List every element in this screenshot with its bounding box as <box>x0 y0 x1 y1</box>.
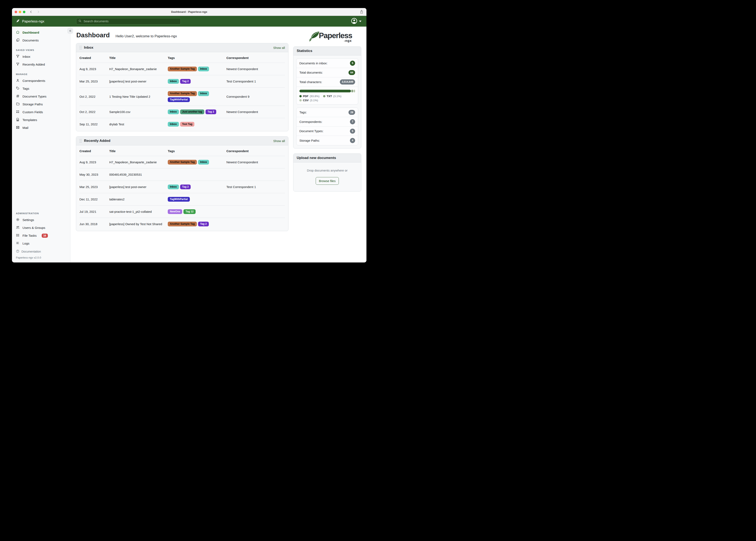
tag-pill[interactable]: Another Sample Tag <box>168 91 197 96</box>
close-window-button[interactable] <box>15 11 17 13</box>
tag-pill[interactable]: Tag 12 <box>183 209 196 214</box>
cell-tags: TagWithPartial <box>168 196 226 203</box>
cell-tags: Another Sample TagTag 2 <box>168 221 226 227</box>
users-icon <box>16 226 20 230</box>
cell-title: [paperless] Owned by Test Not Shared <box>109 222 168 226</box>
tag-pill[interactable]: Another Sample Tag <box>168 160 197 165</box>
recently-added-table-body: Aug 9, 2023H7_Napoleon_Bonaparte_zadanie… <box>79 156 285 230</box>
sidebar-item-mail[interactable]: Mail <box>12 124 70 132</box>
cell-title: Sample100.csv <box>109 110 168 114</box>
sidebar-item-tags[interactable]: Tags <box>12 85 70 93</box>
zoom-window-button[interactable] <box>23 11 25 13</box>
documents-icon <box>16 38 20 43</box>
document-row[interactable]: Jun 30, 2018[paperless] Owned by Test No… <box>79 218 285 230</box>
tag-pill[interactable]: Tag 2 <box>180 79 191 84</box>
tag-pill[interactable]: Another Sample Tag <box>168 222 197 227</box>
sidebar-item-dashboard[interactable]: Dashboard <box>12 29 70 37</box>
document-row[interactable]: May 30, 20230004814539_20230531 <box>79 168 285 181</box>
stat-row-storage-paths: Storage Paths: 4 <box>296 136 358 145</box>
sidebar-item-storage-paths[interactable]: Storage Paths <box>12 100 70 108</box>
tag-pill[interactable]: Inbox <box>198 160 209 165</box>
tag-pill[interactable]: Inbox <box>198 91 209 96</box>
cell-correspondent: Test Correspondent 1 <box>226 80 285 83</box>
tag-pill[interactable]: Test Tag <box>180 122 195 127</box>
leaf-icon <box>15 19 20 24</box>
cell-correspondent: Correspondent 9 <box>226 95 285 98</box>
document-row[interactable]: Sep 11, 2022drylab TestInboxTest Tag <box>79 118 285 130</box>
sidebar-item-settings[interactable]: Settings <box>12 216 70 224</box>
cell-title: H7_Napoleon_Bonaparte_zadanie <box>109 161 168 164</box>
app-version: Paperless-ngx v2.0.0 <box>16 256 66 259</box>
tag-pill[interactable]: Tag 2 <box>206 110 216 114</box>
administration-section-label: ADMINISTRATION <box>16 212 66 215</box>
sidebar-item-documents[interactable]: Documents <box>12 37 70 44</box>
sidebar-collapse-button[interactable] <box>67 28 73 34</box>
documentation-link[interactable]: Documentation <box>16 250 66 254</box>
recently-added-card: Recently Added Show all Created Title Ta… <box>76 136 288 231</box>
minimize-window-button[interactable] <box>19 11 21 13</box>
tag-pill[interactable]: Another Sample Tag <box>168 67 197 72</box>
forward-icon[interactable] <box>37 10 40 13</box>
document-row[interactable]: Mar 25, 2023[paperless] test post-ownerI… <box>79 75 285 87</box>
document-row[interactable]: Oct 2, 2022Sample100.csvInboxJust anothe… <box>79 106 285 118</box>
brand[interactable]: Paperless-ngx <box>15 19 44 24</box>
tag-pill[interactable]: TagWithPartial <box>168 197 190 202</box>
document-row[interactable]: Aug 9, 2023H7_Napoleon_Bonaparte_zadanie… <box>79 63 285 75</box>
document-row[interactable]: Jul 19, 2021sat-practice-test-1_pt2-coll… <box>79 205 285 218</box>
cell-created: Oct 2, 2022 <box>79 95 109 98</box>
sidebar-item-file-tasks[interactable]: File Tasks 16 <box>12 232 70 240</box>
sidebar-item-inbox[interactable]: Inbox <box>12 53 70 61</box>
document-row[interactable]: Mar 25, 2023[paperless] test post-ownerI… <box>79 181 285 193</box>
document-row[interactable]: Oct 2, 20221 Testing New Title Updated 2… <box>79 87 285 106</box>
stat-badge: 5 <box>350 129 355 134</box>
tag-pill[interactable]: Inbox <box>168 110 179 114</box>
sidebar-item-templates[interactable]: Templates <box>12 116 70 124</box>
tag-pill[interactable]: Just another tag <box>180 110 204 114</box>
search-input[interactable] <box>83 19 178 23</box>
drag-handle-icon[interactable] <box>79 139 82 143</box>
drag-handle-icon[interactable] <box>79 46 82 50</box>
main-content: Dashboard Hello User2, welcome to Paperl… <box>70 27 366 263</box>
tag-pill[interactable]: Inbox <box>198 67 209 72</box>
sidebar-item-logs[interactable]: Logs <box>12 240 70 248</box>
legend-item-pdf: PDF(93.8%) <box>299 95 319 98</box>
tag-pill[interactable]: NewOne <box>168 209 182 214</box>
tag-pill[interactable]: Tag 2 <box>198 222 209 227</box>
browse-files-button[interactable]: Browse files <box>316 177 339 185</box>
recently-added-show-all-link[interactable]: Show all <box>273 139 285 143</box>
tag-pill[interactable]: TagWithPartial <box>168 97 190 102</box>
cell-created: Dec 11, 2022 <box>79 198 109 201</box>
filetype-breakdown: PDF(93.8%)TXT(3.1%)CSV(3.1%) <box>296 87 358 104</box>
tag-icon <box>16 86 20 91</box>
upload-dropzone[interactable]: Drop documents anywhere or Browse files <box>293 163 361 191</box>
custom-fields-icon <box>16 110 20 114</box>
recently-added-card-title: Recently Added <box>84 139 110 143</box>
cell-title: sat-practice-test-1_pt2-collated <box>109 210 168 214</box>
sidebar-footer: Documentation Paperless-ngx v2.0.0 <box>12 248 70 263</box>
sidebar-item-custom-fields[interactable]: Custom Fields <box>12 108 70 116</box>
person-icon <box>16 79 20 83</box>
search-box <box>76 18 181 25</box>
app-window: Dashboard - Paperless-ngx Paperless-ngx <box>12 8 366 263</box>
cell-tags: InboxTag 2 <box>168 184 226 190</box>
user-menu[interactable] <box>351 18 361 25</box>
paperless-logo: Paperless -ngx <box>299 31 361 44</box>
tag-pill[interactable]: Inbox <box>168 122 179 127</box>
document-row[interactable]: Aug 9, 2023H7_Napoleon_Bonaparte_zadanie… <box>79 156 285 168</box>
inbox-show-all-link[interactable]: Show all <box>273 46 285 50</box>
cell-title: drylab Test <box>109 123 168 126</box>
tag-pill[interactable]: Inbox <box>168 79 179 84</box>
tag-pill[interactable]: Tag 2 <box>180 185 191 190</box>
cell-tags: Another Sample TagInbox <box>168 66 226 72</box>
sidebar-item-users-groups[interactable]: Users & Groups <box>12 224 70 232</box>
document-row[interactable]: Dec 11, 2022tablerates2TagWithPartial <box>79 193 285 205</box>
chevron-down-icon <box>359 21 361 22</box>
share-icon[interactable] <box>360 10 363 15</box>
checklist-icon <box>16 234 20 238</box>
back-icon[interactable] <box>30 10 33 13</box>
upload-card: Upload new documents Drop documents anyw… <box>293 153 361 192</box>
sidebar-item-document-types[interactable]: Document Types <box>12 93 70 100</box>
sidebar-item-correspondents[interactable]: Correspondents <box>12 77 70 85</box>
sidebar-item-recently-added[interactable]: Recently Added <box>12 61 70 68</box>
tag-pill[interactable]: Inbox <box>168 185 179 190</box>
